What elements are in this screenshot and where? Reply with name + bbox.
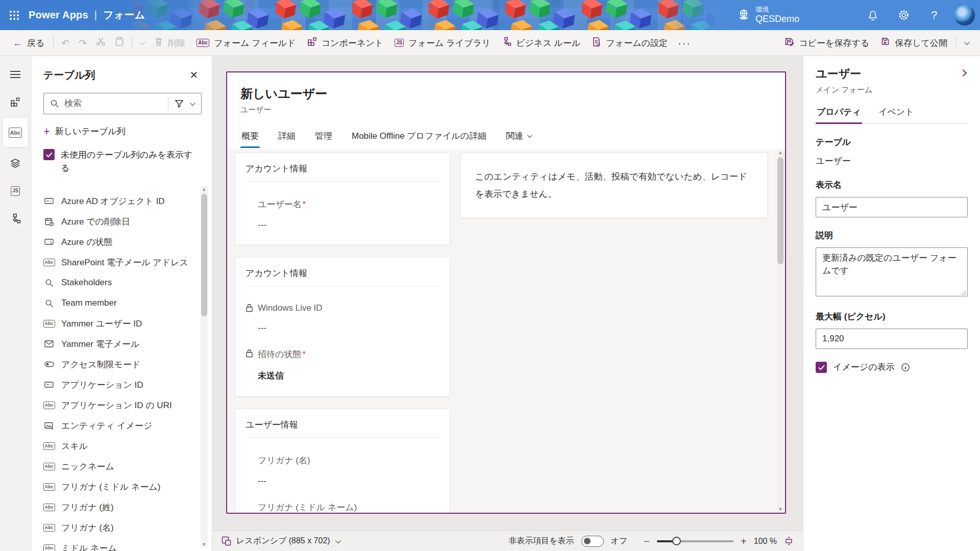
form-section-card[interactable]: ユーザー情報フリガナ (名)---フリガナ (ミドル ネーム)--- bbox=[235, 409, 450, 513]
table-column-item[interactable]: Abcフリガナ (ミドル ネーム) bbox=[43, 477, 212, 497]
table-column-item[interactable]: アクセス制限モード bbox=[43, 354, 212, 374]
form-field[interactable]: フリガナ (ミドル ネーム)--- bbox=[258, 502, 439, 513]
rail-tree-view-icon[interactable] bbox=[3, 152, 28, 174]
info-icon[interactable] bbox=[901, 363, 910, 372]
toolbar-divider bbox=[956, 36, 957, 49]
display-name-input[interactable] bbox=[816, 197, 968, 217]
table-column-item[interactable]: Stakeholders bbox=[43, 272, 212, 293]
scroll-down-icon[interactable]: ▼ bbox=[777, 506, 784, 513]
form-library-button[interactable]: JS フォーム ライブラリ bbox=[389, 33, 496, 53]
environment-picker[interactable]: 環境 QESDemo bbox=[737, 6, 799, 24]
form-fields-button[interactable]: Abc フォーム フィールド bbox=[191, 33, 301, 53]
search-input[interactable] bbox=[64, 98, 164, 109]
field-label: フリガナ (名) bbox=[258, 455, 310, 466]
user-avatar[interactable] bbox=[954, 5, 975, 26]
form-field[interactable]: フリガナ (名)--- bbox=[258, 455, 439, 486]
close-icon[interactable]: ✕ bbox=[186, 67, 202, 83]
scroll-down-icon[interactable]: ▼ bbox=[201, 541, 208, 548]
zoom-out-button[interactable]: − bbox=[644, 536, 650, 546]
table-column-item[interactable]: Azure での削除日 bbox=[43, 211, 212, 232]
table-column-label: アプリケーション ID の URI bbox=[61, 399, 172, 411]
unique-id-field-icon bbox=[43, 381, 55, 389]
rail-form-libraries-icon[interactable]: JS bbox=[3, 180, 28, 202]
settings-gear-icon[interactable] bbox=[890, 0, 917, 30]
show-hidden-toggle[interactable] bbox=[581, 536, 604, 547]
zoom-slider-knob[interactable] bbox=[672, 537, 681, 545]
scroll-up-icon[interactable]: ▲ bbox=[777, 149, 784, 156]
more-commands-button[interactable]: ··· bbox=[673, 33, 696, 53]
show-image-checkbox[interactable]: イメージの表示 bbox=[816, 361, 968, 373]
save-copy-button[interactable]: コピーを保存する bbox=[779, 33, 875, 53]
table-column-item[interactable]: Abcフリガナ (名) bbox=[43, 517, 212, 538]
description-textarea[interactable]: 更新済みの既定のユーザー フォームです bbox=[816, 247, 968, 296]
components-button[interactable]: コンポーネント bbox=[302, 33, 389, 53]
rail-business-rules-icon[interactable] bbox=[3, 207, 28, 230]
zoom-slider[interactable] bbox=[657, 540, 733, 542]
form-field[interactable]: 招待の状態*未送信 bbox=[258, 348, 439, 382]
form-tab[interactable]: 管理 bbox=[314, 130, 333, 148]
table-column-item[interactable]: Abcスキル bbox=[43, 436, 212, 456]
rail-menu-icon[interactable] bbox=[3, 63, 28, 86]
form-scrollbar[interactable]: ▲ ▼ bbox=[777, 149, 784, 513]
notifications-bell-icon[interactable] bbox=[860, 0, 886, 30]
form-settings-button[interactable]: フォームの設定 bbox=[586, 33, 673, 53]
search-box[interactable] bbox=[43, 93, 202, 114]
table-column-item[interactable]: Azure の状態 bbox=[43, 232, 212, 252]
rail-components-icon[interactable] bbox=[3, 91, 28, 113]
table-column-item[interactable]: Azure AD オブジェクト ID bbox=[43, 191, 212, 211]
cut-button[interactable] bbox=[91, 33, 110, 53]
form-preview[interactable]: 新しいユーザー ユーザー 概要詳細管理Mobile Offline プロファイル… bbox=[226, 71, 786, 514]
properties-tab[interactable]: プロパティ bbox=[816, 106, 862, 123]
zoom-in-button[interactable]: + bbox=[741, 536, 747, 546]
scroll-up-icon[interactable]: ▲ bbox=[201, 186, 208, 193]
form-section-card[interactable]: アカウント情報 Windows Live ID--- 招待の状態*未送信 bbox=[235, 257, 450, 396]
table-column-item[interactable]: Abcミドル ネーム bbox=[43, 538, 212, 551]
table-column-item[interactable]: Abcアプリケーション ID の URI bbox=[43, 395, 212, 415]
left-panel-scrollbar[interactable]: ▲ ▼ bbox=[201, 186, 208, 548]
delete-button[interactable]: 削除 bbox=[149, 33, 191, 53]
help-icon[interactable]: ? bbox=[921, 0, 947, 30]
table-column-label: ニックネーム bbox=[61, 461, 114, 472]
rail-table-columns-icon[interactable]: Abc bbox=[3, 118, 28, 147]
save-options-chevron[interactable] bbox=[960, 33, 973, 53]
paste-button[interactable] bbox=[110, 33, 129, 53]
table-column-label: フリガナ (ミドル ネーム) bbox=[61, 481, 160, 493]
form-tab[interactable]: 詳細 bbox=[277, 130, 297, 148]
filter-chevron-icon[interactable] bbox=[190, 100, 195, 106]
form-tab[interactable]: Mobile Offline プロファイルの詳細 bbox=[351, 130, 487, 148]
table-column-item[interactable]: Yammer 電子メール bbox=[43, 334, 212, 354]
form-section-card[interactable]: アカウント情報ユーザー名*--- bbox=[235, 153, 450, 245]
back-button[interactable]: ← 戻る bbox=[7, 33, 50, 53]
form-tab[interactable]: 関連 bbox=[505, 130, 532, 148]
scrollbar-thumb[interactable] bbox=[201, 194, 207, 316]
redo-button[interactable]: ↷ bbox=[74, 33, 91, 53]
table-column-item[interactable]: Abcフリガナ (姓) bbox=[43, 497, 212, 517]
max-width-input[interactable] bbox=[816, 329, 968, 349]
form-tab[interactable]: 概要 bbox=[240, 130, 260, 148]
properties-tab[interactable]: イベント bbox=[877, 106, 915, 123]
form-field[interactable]: Windows Live ID--- bbox=[258, 303, 439, 333]
scrollbar-thumb[interactable] bbox=[777, 157, 783, 264]
save-copy-icon bbox=[785, 37, 794, 49]
table-column-item[interactable]: アプリケーション ID bbox=[43, 374, 212, 395]
save-publish-button[interactable]: 保存して公開 bbox=[875, 33, 953, 53]
table-column-item[interactable]: AbcSharePoint 電子メール アドレス bbox=[43, 252, 212, 272]
app-title[interactable]: Power Apps | フォーム bbox=[29, 8, 145, 22]
table-column-item[interactable]: エンティティ イメージ bbox=[43, 415, 212, 436]
table-column-item[interactable]: Team member bbox=[43, 293, 212, 313]
clipboard-dropdown-chevron[interactable] bbox=[135, 33, 149, 53]
js-icon: JS bbox=[395, 39, 404, 47]
show-unused-checkbox[interactable]: 未使用のテーブル列のみを表示する bbox=[43, 148, 212, 176]
business-rules-button[interactable]: ビジネス ルール bbox=[496, 33, 586, 53]
new-table-column-button[interactable]: + 新しいテーブル列 bbox=[43, 126, 212, 137]
table-column-label: アプリケーション ID bbox=[61, 379, 143, 391]
waffle-menu-icon[interactable] bbox=[0, 0, 29, 30]
undo-button[interactable]: ↶ bbox=[57, 33, 74, 53]
filter-funnel-icon[interactable] bbox=[173, 99, 186, 108]
responsive-size-selector[interactable]: レスポンシブ (885 x 702) bbox=[222, 536, 339, 546]
collapse-panel-chevron[interactable] bbox=[959, 66, 968, 80]
table-column-item[interactable]: Abcニックネーム bbox=[43, 456, 212, 477]
form-field[interactable]: ユーザー名*--- bbox=[258, 198, 439, 230]
table-column-item[interactable]: AbcYammer ユーザー ID bbox=[43, 313, 212, 334]
fit-to-screen-icon[interactable] bbox=[784, 536, 794, 546]
